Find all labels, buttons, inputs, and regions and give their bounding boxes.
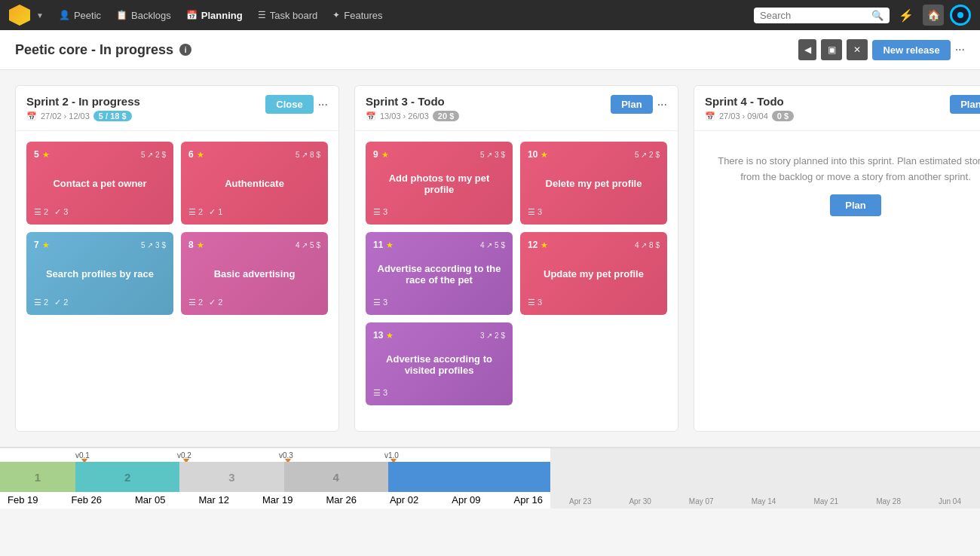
card-10-title: Delete my pet profile (528, 160, 660, 207)
story-card-7[interactable]: 7 ★ 5 ↗ 3 $ Search profiles by race ☰ 2 … (26, 232, 173, 315)
card-8-title: Basic advertising (188, 250, 320, 298)
card-11-title: Advertise according to the race of the p… (373, 250, 505, 298)
features-icon: ✦ (332, 10, 340, 20)
sprint-2-badge: 5 / 18 $ (93, 111, 132, 121)
sprint-2-info: Sprint 2 - In progress 📅 27/02 › 12/03 5… (26, 95, 265, 121)
card-5-bottom: ☰ 2 ✓ 3 (34, 207, 166, 217)
date-apr09: Apr 09 (452, 494, 480, 506)
story-card-9[interactable]: 9 ★ 5 ↗ 3 $ Add photos to my pet profile… (366, 142, 513, 225)
card-7-top: 7 ★ 5 ↗ 3 $ (34, 240, 166, 250)
card-6-title: Authenticate (188, 160, 320, 207)
sprint-4-plan-button[interactable]: Plan (950, 95, 980, 114)
star-icon: ★ (42, 240, 50, 250)
nav-features[interactable]: ✦ Features (332, 10, 382, 21)
home-icon[interactable]: 🏠 (923, 5, 944, 26)
sprint-3-plan-button[interactable]: Plan (611, 95, 652, 114)
sprint-3-actions: Plan ··· (611, 95, 667, 114)
card-7-bottom: ☰ 2 ✓ 2 (34, 298, 166, 307)
card-9-title: Add photos to my pet profile (373, 160, 505, 207)
sprint-4-actions: Plan ··· (950, 95, 980, 114)
info-icon[interactable]: i (179, 44, 191, 56)
date-feb19: Feb 19 (8, 494, 38, 506)
sprint-2-actions: Close ··· (265, 95, 328, 114)
sprint-3-header: Sprint 3 - Todo 📅 13/03 › 26/03 20 $ Pla… (355, 86, 678, 131)
sprint-2-close-button[interactable]: Close (265, 95, 313, 114)
bar-4: 4 (284, 462, 388, 492)
story-card-6[interactable]: 6 ★ 5 ↗ 8 $ Authenticate ☰ 2 ✓ 1 (181, 142, 328, 225)
story-card-12[interactable]: 12 ★ 4 ↗ 8 $ Update my pet profile ☰ 3 (520, 232, 667, 315)
sprint-4-info: Sprint 4 - Todo 📅 27/03 › 09/04 0 $ (705, 95, 950, 121)
sprint-3-info: Sprint 3 - Todo 📅 13/03 › 26/03 20 $ (366, 95, 611, 121)
backlog-icon: 📋 (116, 10, 127, 20)
bar-blue (388, 462, 550, 492)
search-box[interactable]: 🔍 (754, 8, 890, 23)
sprint-3-title: Sprint 3 - Todo (366, 95, 611, 108)
main-content: Sprint 2 - In progress 📅 27/02 › 12/03 5… (0, 70, 980, 447)
story-card-8[interactable]: 8 ★ 4 ↗ 5 $ Basic advertising ☰ 2 ✓ 2 (181, 232, 328, 315)
card-5-top: 5 ★ 5 ↗ 2 $ (34, 149, 166, 160)
card-5-title: Contact a pet owner (34, 160, 166, 207)
nav-peetic[interactable]: 👤 Peetic (59, 10, 101, 21)
new-release-button[interactable]: New release (872, 40, 950, 60)
timeline-bars: 1 2 3 4 (0, 462, 550, 492)
calendar-icon-s4: 📅 (705, 112, 715, 121)
nav-planning[interactable]: 📅 Planning (186, 10, 243, 21)
date-jun04: Jun 04 (939, 497, 961, 506)
story-card-13[interactable]: 13 ★ 3 ↗ 2 $ Advertise according to visi… (366, 322, 513, 405)
star-icon: ★ (42, 150, 50, 160)
header-actions: ◀ ▣ ✕ New release ··· (798, 39, 965, 60)
card-6-top: 6 ★ 5 ↗ 8 $ (188, 149, 320, 160)
bar-3: 3 (179, 462, 283, 492)
star-icon: ★ (541, 240, 548, 250)
calendar-icon: 📅 (186, 10, 198, 20)
timeline-right-panel: Apr 23 Apr 30 May 07 May 14 May 21 May 2… (550, 448, 980, 509)
sprint-4-plan-center-button[interactable]: Plan (830, 194, 880, 216)
navbar: ▼ 👤 Peetic 📋 Backlogs 📅 Planning ☰ Task … (0, 0, 980, 30)
date-may21: May 21 (813, 497, 838, 506)
card-7-title: Search profiles by race (34, 250, 166, 298)
prev-button[interactable]: ◀ (798, 39, 816, 60)
more-options-button[interactable]: ··· (955, 43, 965, 57)
sprint-2-meta: 📅 27/02 › 12/03 5 / 18 $ (26, 111, 265, 121)
date-mar19: Mar 19 (262, 494, 292, 506)
user-avatar-icon[interactable] (950, 5, 971, 26)
star-icon: ★ (381, 150, 389, 160)
logo-icon[interactable] (9, 5, 30, 26)
date-mar26: Mar 26 (326, 494, 356, 506)
card-6-bottom: ☰ 2 ✓ 1 (188, 207, 320, 217)
timeline-dates: Feb 19 Feb 26 Mar 05 Mar 12 Mar 19 Mar 2… (0, 494, 550, 506)
navbar-right: 🔍 ⚡ 🏠 (754, 5, 971, 26)
page-title: Peetic core - In progress i (15, 42, 191, 58)
nav-backlogs[interactable]: 📋 Backlogs (116, 10, 171, 21)
date-mar12: Mar 12 (198, 494, 228, 506)
sprint-4-empty: There is no story planned into this spri… (694, 131, 980, 239)
timeline-left-panel: v0.1 v0.2 v0.3 v1.0 1 2 3 4 Feb 19 Feb 2… (0, 448, 550, 509)
star-icon: ★ (541, 150, 548, 160)
calendar-icon-s2: 📅 (26, 112, 37, 121)
search-input[interactable] (760, 10, 868, 21)
sprint-2-column: Sprint 2 - In progress 📅 27/02 › 12/03 5… (15, 85, 339, 432)
star-icon: ★ (386, 240, 394, 250)
date-may28: May 28 (876, 497, 901, 506)
story-card-11[interactable]: 11 ★ 4 ↗ 5 $ Advertise according to the … (366, 232, 513, 315)
star-icon: ★ (197, 150, 204, 160)
lightning-icon[interactable]: ⚡ (896, 5, 917, 26)
sprint-3-column: Sprint 3 - Todo 📅 13/03 › 26/03 20 $ Pla… (354, 85, 678, 432)
story-card-10[interactable]: 10 ★ 5 ↗ 2 $ Delete my pet profile ☰ 3 (520, 142, 667, 225)
sprint-3-more-button[interactable]: ··· (657, 98, 667, 112)
card-12-title: Update my pet profile (528, 250, 660, 298)
bar-1: 1 (0, 462, 75, 492)
star-icon: ★ (197, 240, 204, 250)
sprint-4-header: Sprint 4 - Todo 📅 27/03 › 09/04 0 $ Plan… (694, 86, 980, 131)
fullscreen-button[interactable]: ✕ (847, 39, 868, 60)
sprint-4-badge: 0 $ (772, 111, 794, 121)
nav-taskboard[interactable]: ☰ Task board (258, 10, 318, 21)
card-8-bottom: ☰ 2 ✓ 2 (188, 298, 320, 307)
story-card-5[interactable]: 5 ★ 5 ↗ 2 $ Contact a pet owner ☰ 2 ✓ 3 (26, 142, 173, 225)
search-icon: 🔍 (871, 10, 884, 21)
view-toggle-button[interactable]: ▣ (821, 39, 842, 60)
taskboard-icon: ☰ (258, 10, 266, 20)
logo-dropdown[interactable]: ▼ (36, 11, 44, 20)
sprint-2-more-button[interactable]: ··· (318, 98, 328, 112)
date-may14: May 14 (752, 497, 776, 506)
